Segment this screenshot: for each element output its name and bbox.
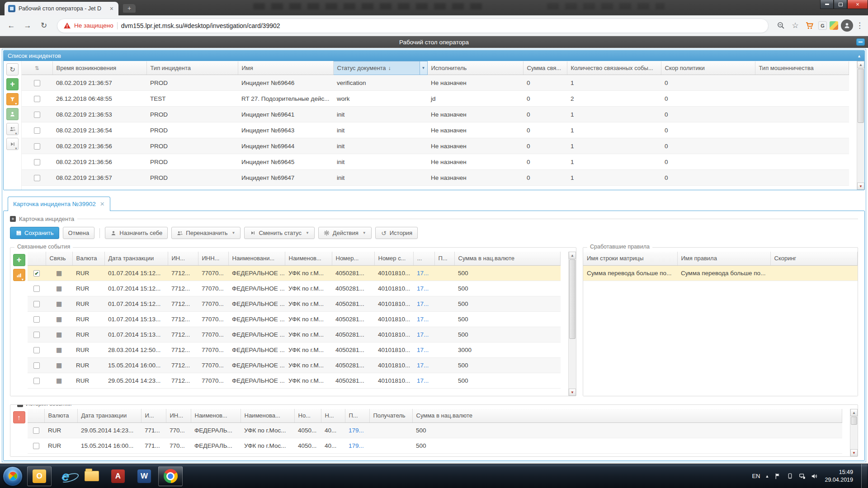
cart-extension-icon[interactable] — [804, 20, 816, 32]
row-select-cell[interactable]: ✔ — [28, 265, 46, 281]
row-select-cell[interactable] — [22, 75, 52, 91]
column-header-name2[interactable]: Наименов... — [285, 252, 332, 265]
relation-cell[interactable]: ▦ — [46, 265, 72, 281]
reassign-button[interactable]: Переназначить ▼ — [171, 227, 241, 239]
incidents-scrollbar[interactable]: ▲ ▼ — [857, 61, 864, 190]
scroll-track[interactable] — [850, 416, 858, 449]
payer-link[interactable]: 17... — [417, 347, 429, 353]
refresh-button[interactable]: ↻ — [6, 63, 19, 75]
row-select-cell[interactable] — [22, 138, 52, 154]
incident-card-tab[interactable]: Карточка инцидента №39902 ✕ — [8, 197, 110, 211]
column-menu-button[interactable]: ▼ — [420, 61, 427, 75]
column-header-sum[interactable]: Сумма в нац.валюте — [412, 409, 842, 422]
relation-cell[interactable]: ▦ — [46, 327, 72, 342]
row-select-cell[interactable] — [28, 281, 46, 296]
payer-link[interactable]: 17... — [417, 316, 429, 323]
incident-row[interactable]: 08.02.2019 21:36:56 PROD Инцидент №69645… — [22, 154, 849, 170]
incident-row[interactable]: 08.02.2019 21:36:57 PROD Инцидент №69647… — [22, 170, 849, 186]
relation-grid-icon[interactable]: ▦ — [56, 315, 62, 323]
scroll-up-button[interactable]: ▲ — [850, 409, 858, 416]
row-checkbox[interactable] — [33, 316, 40, 323]
action-center-flag-icon[interactable] — [774, 473, 781, 480]
scroll-down-button[interactable]: ▼ — [850, 449, 858, 456]
address-bar[interactable]: Не защищено dvm155.lpr.jet.msk.su/#deskt… — [57, 19, 769, 33]
column-header-status[interactable]: Статус документа↓▼ — [333, 61, 427, 75]
assign-user-button[interactable] — [6, 108, 19, 120]
assign-self-button[interactable]: Назначить себе — [105, 227, 168, 239]
column-header-no2[interactable]: Н... — [321, 409, 345, 422]
taskbar-clock[interactable]: 15:49 29.04.2019 — [825, 469, 853, 484]
row-checkbox[interactable] — [34, 175, 40, 181]
row-select-cell[interactable] — [22, 107, 52, 122]
window-restore-button[interactable] — [834, 0, 847, 9]
network-icon[interactable] — [798, 473, 806, 480]
row-select-cell[interactable] — [22, 122, 52, 138]
scroll-track[interactable] — [857, 68, 864, 183]
scroll-up-button[interactable]: ▲ — [569, 252, 576, 259]
row-checkbox[interactable] — [34, 80, 40, 86]
relation-cell[interactable]: ▦ — [46, 342, 72, 357]
column-header-currency[interactable]: Валюта — [44, 409, 77, 422]
panel-collapse-icon[interactable]: ▴ — [858, 53, 860, 58]
incident-row[interactable]: 08.02.2019 21:36:57 PROD Инцидент №69646… — [22, 75, 849, 91]
add-event-button[interactable]: + — [13, 254, 25, 266]
payer-link[interactable]: 17... — [417, 377, 429, 384]
related-scrollbar[interactable]: ▲ ▼ — [568, 252, 576, 396]
payer-link[interactable]: 17... — [417, 331, 429, 338]
column-header-recipient[interactable]: Получатель — [369, 409, 412, 422]
relation-cell[interactable]: ▦ — [46, 296, 72, 311]
relation-cell[interactable]: ▦ — [46, 311, 72, 327]
payer-link[interactable]: 17... — [417, 285, 429, 292]
row-select-cell[interactable] — [28, 342, 46, 357]
column-header-type[interactable]: Тип инцидента — [146, 61, 238, 75]
taskbar-acrobat[interactable]: A — [106, 466, 130, 486]
tab-close-icon[interactable]: × — [108, 5, 115, 13]
column-header-name1[interactable]: Наименовани... — [228, 252, 285, 265]
row-checkbox[interactable] — [34, 112, 40, 118]
row-checkbox[interactable] — [34, 143, 40, 150]
related-event-row[interactable]: ▦ RUR 01.07.2014 15:12... 7712... 77070.… — [28, 281, 561, 296]
row-select-cell[interactable] — [22, 170, 52, 186]
column-header-p[interactable]: П... — [345, 409, 369, 422]
column-header-no1[interactable]: Но... — [294, 409, 321, 422]
column-header-time[interactable]: Время возникновения — [52, 61, 146, 75]
g-extension-icon[interactable]: G — [818, 21, 827, 30]
related-event-row[interactable]: ▦ RUR 01.07.2014 15:12... 7712... 77070.… — [28, 296, 561, 311]
column-header-score[interactable]: Скор политики — [661, 61, 755, 75]
back-button[interactable]: ← — [5, 19, 18, 33]
show-desktop-button[interactable] — [861, 464, 867, 488]
change-status-quick-button[interactable]: ▼ — [6, 138, 19, 150]
zoom-icon[interactable] — [775, 20, 787, 32]
scroll-thumb[interactable] — [569, 259, 576, 339]
incident-row[interactable]: 08.02.2019 21:36:56 PROD Инцидент №69644… — [22, 138, 849, 154]
row-checkbox[interactable] — [33, 347, 40, 353]
taskbar-word[interactable]: W — [132, 466, 156, 486]
language-indicator[interactable]: EN — [752, 473, 760, 479]
browser-menu-icon[interactable]: ⋮ — [856, 21, 863, 30]
taskbar-chrome[interactable] — [158, 466, 183, 486]
column-header-matrix[interactable]: Имя строки матрицы — [583, 252, 677, 265]
column-header-sum[interactable]: Сумма в нац.валюте — [454, 252, 561, 265]
bookmark-star-icon[interactable]: ☆ — [789, 20, 801, 32]
column-header-sum[interactable]: Сумма свя... — [523, 61, 567, 75]
related-event-row[interactable]: ▦ RUR 01.07.2014 15:13... 7712... 77070.… — [28, 311, 561, 327]
change-status-button[interactable]: Сменить статус ▼ — [244, 227, 314, 239]
security-status-label[interactable]: Не защищено — [74, 22, 113, 29]
new-tab-button[interactable]: + — [123, 4, 136, 13]
row-select-cell[interactable] — [28, 373, 46, 388]
cancel-button[interactable]: Отмена — [63, 227, 95, 239]
group-assign-button[interactable]: ▼ — [6, 123, 19, 135]
row-checkbox[interactable] — [33, 378, 40, 384]
incident-row[interactable]: 08.02.2019 21:36:53 PROD Инцидент №69641… — [22, 107, 849, 122]
column-header-num1[interactable]: Номер... — [332, 252, 374, 265]
row-select-cell[interactable] — [28, 327, 46, 342]
payer-link[interactable]: 179... — [349, 427, 364, 434]
row-checkbox[interactable] — [34, 96, 40, 102]
relation-grid-icon[interactable]: ▦ — [56, 331, 62, 338]
column-header-name[interactable]: Имя — [238, 61, 333, 75]
history-scrollbar[interactable]: ▲ ▼ — [850, 409, 858, 456]
row-select-cell[interactable] — [28, 422, 44, 438]
column-header-select[interactable] — [28, 409, 44, 422]
incident-row[interactable]: 26.12.2018 06:48:55 TEST RT 27. Подозрит… — [22, 91, 849, 107]
volume-icon[interactable] — [811, 473, 818, 480]
